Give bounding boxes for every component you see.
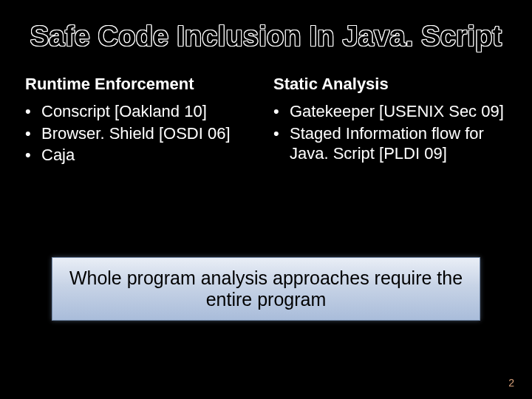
list-item: Browser. Shield [OSDI 06] [25,123,259,144]
list-item: Conscript [Oakland 10] [25,101,259,122]
right-list: Gatekeeper [USENIX Sec 09] Staged Inform… [273,101,507,164]
content-columns: Runtime Enforcement Conscript [Oakland 1… [0,52,532,167]
slide: Safe Code Inclusion In Java. Script Runt… [0,0,532,399]
right-column: Static Analysis Gatekeeper [USENIX Sec 0… [273,75,507,167]
list-item: Staged Information flow for Java. Script… [273,123,507,164]
banner-text: Whole program analysis approaches requir… [66,267,466,310]
page-number: 2 [508,377,514,389]
highlight-banner: Whole program analysis approaches requir… [52,257,480,321]
left-column: Runtime Enforcement Conscript [Oakland 1… [25,75,259,167]
left-heading: Runtime Enforcement [25,75,259,94]
list-item: Gatekeeper [USENIX Sec 09] [273,101,507,122]
left-list: Conscript [Oakland 10] Browser. Shield [… [25,101,259,166]
right-heading: Static Analysis [273,75,507,94]
list-item: Caja [25,145,259,166]
slide-title: Safe Code Inclusion In Java. Script [0,0,532,52]
